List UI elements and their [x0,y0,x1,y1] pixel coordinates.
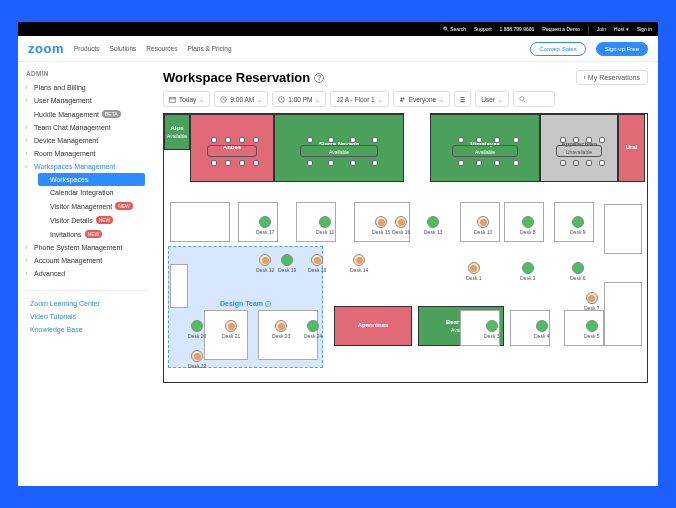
available-icon [522,216,534,228]
desk-21[interactable]: Desk 21 [222,320,240,339]
logo[interactable]: zoom [28,41,64,56]
signin-link[interactable]: Sign in [637,26,652,32]
svg-line-7 [523,100,525,102]
sidebar-item-user-management[interactable]: User Management [22,94,149,107]
available-icon [486,320,498,332]
sidebar-item-account-management[interactable]: Account Management [22,254,149,267]
available-icon [522,262,534,274]
host-link[interactable]: Host ▾ [614,26,629,32]
nav-solutions[interactable]: Solutions [110,45,137,52]
header: zoom ProductsSolutionsResourcesPlans & P… [18,36,658,62]
support-link[interactable]: Support [474,26,492,32]
search-link[interactable]: 🔍 Search [443,26,466,32]
filter-bar: Today⌄ 9:00 AM⌄ 1:00 PM⌄ J2 A - Floor 1⌄… [163,91,648,107]
svg-point-5 [402,97,404,99]
desk-3[interactable]: Desk 3 [484,320,500,339]
avatar-icon [353,254,365,266]
calendar-icon [169,96,176,103]
desk-9[interactable]: Desk 9 [570,216,586,235]
desk-20[interactable]: Desk 20 [188,320,206,339]
who-picker[interactable]: Everyone⌄ [393,91,450,107]
desk-14[interactable]: Desk 14 [350,254,368,273]
sidebar-item-room-management[interactable]: Room Management [22,147,149,160]
sidebar-item-workspaces-management[interactable]: Workspaces Management [22,160,149,173]
sidebar-item-calendar-integration[interactable]: Calendar Integration [42,186,149,199]
signup-button[interactable]: Sign up Free [596,42,648,56]
available-icon [319,216,331,228]
desk-furniture [170,202,230,242]
join-link[interactable]: Join [597,26,606,32]
desk-13[interactable]: Desk 13 [424,216,442,235]
room-apennines[interactable]: Apennines [334,306,412,346]
nav-plans-pricing[interactable]: Plans & Pricing [187,45,231,52]
available-icon [427,216,439,228]
sidebar-item-visitor-management[interactable]: Visitor ManagementNEW [42,199,149,213]
desk-22[interactable]: Desk 22 [188,350,206,369]
sidebar-item-visitor-details[interactable]: Visitor DetailsNEW [42,213,149,227]
avatar-icon [586,292,598,304]
desk-7[interactable]: Desk 7 [584,292,600,311]
sidebar-item-invitations[interactable]: InvitationsNEW [42,227,149,241]
start-time-picker[interactable]: 9:00 AM⌄ [214,91,268,107]
nav-resources[interactable]: Resources [146,45,177,52]
clock-icon [220,96,227,103]
sidebar-item-workspaces[interactable]: Workspaces [38,173,145,186]
available-icon [536,320,548,332]
divider [588,26,589,33]
desk-15[interactable]: Desk 15 [372,216,390,235]
sidebar: ADMIN Plans and BillingUser ManagementHu… [18,62,153,486]
list-icon [459,96,466,103]
user-picker[interactable]: User⌄ [475,91,509,107]
avatar-icon [395,216,407,228]
desk-11[interactable]: Desk 11 [316,216,334,235]
available-icon [572,216,584,228]
list-view-button[interactable] [454,91,471,107]
team-label: Design Team ⓘ [220,300,271,309]
desk-2[interactable]: Desk 2 [520,262,536,281]
desk-10[interactable]: Desk 10 [474,216,492,235]
desk-1[interactable]: Desk 1 [466,262,482,281]
available-icon [259,216,271,228]
sidebar-item-phone-system-management[interactable]: Phone System Management [22,241,149,254]
sidebar-item-plans-and-billing[interactable]: Plans and Billing [22,81,149,94]
avatar-icon [225,320,237,332]
help-icon[interactable]: ? [314,73,324,83]
desk-furniture [170,264,188,308]
link-zoom-learning-center[interactable]: Zoom Learning Center [22,297,149,310]
room-alps[interactable]: AlpsAvailable [164,114,190,150]
my-reservations-button[interactable]: ‹ My Reservations [576,70,648,85]
desk-5[interactable]: Desk 5 [584,320,600,339]
nav-products[interactable]: Products [74,45,100,52]
primary-nav: ProductsSolutionsResourcesPlans & Pricin… [74,45,520,52]
avatar-icon [375,216,387,228]
global-topbar: 🔍 Search Support 1.888.799.9666 Request … [18,22,658,36]
desk-12[interactable]: Desk 12 [256,254,274,273]
desk-4[interactable]: Desk 4 [534,320,550,339]
avatar-icon [468,262,480,274]
floor-plan[interactable]: ≡ + − ⟳ Design Team ⓘAlpsAvailableAndesS… [163,113,648,383]
room-ural[interactable]: Ural [618,114,645,182]
demo-link[interactable]: Request a Demo [542,26,580,32]
sidebar-item-huddle-management[interactable]: Huddle ManagementBETA [22,107,149,121]
end-time-picker[interactable]: 1:00 PM⌄ [272,91,326,107]
desk-16[interactable]: Desk 16 [392,216,410,235]
sidebar-item-team-chat-management[interactable]: Team Chat Management [22,121,149,134]
link-knowledge-base[interactable]: Knowledge Base [22,323,149,336]
phone-link[interactable]: 1.888.799.9666 [500,26,535,32]
desk-19[interactable]: Desk 19 [278,254,296,273]
main-content: Workspace Reservation ? ‹ My Reservation… [153,62,658,486]
desk-24[interactable]: Desk 24 [304,320,322,339]
avatar-icon [275,320,287,332]
desk-8[interactable]: Desk 8 [520,216,536,235]
floor-picker[interactable]: J2 A - Floor 1⌄ [330,91,388,107]
link-video-tutorials[interactable]: Video Tutorials [22,310,149,323]
sidebar-item-device-management[interactable]: Device Management [22,134,149,147]
date-picker[interactable]: Today⌄ [163,91,210,107]
desk-17[interactable]: Desk 17 [256,216,274,235]
search-input[interactable] [513,91,555,107]
desk-23[interactable]: Desk 23 [272,320,290,339]
contact-sales-button[interactable]: Contact Sales [530,42,585,56]
desk-18[interactable]: Desk 18 [308,254,326,273]
desk-6[interactable]: Desk 6 [570,262,586,281]
sidebar-item-advanced[interactable]: Advanced [22,267,149,280]
